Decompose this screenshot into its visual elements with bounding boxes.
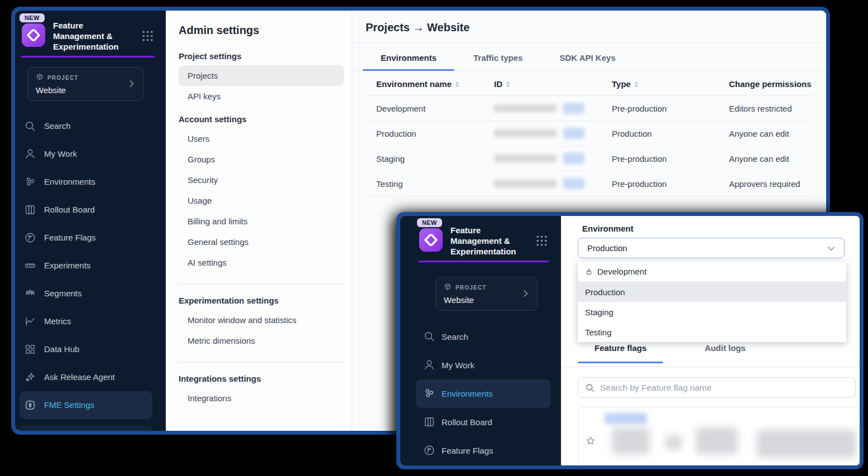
tab-traffic-types[interactable]: Traffic types bbox=[471, 43, 525, 70]
column-header-environment-name[interactable]: Environment name bbox=[365, 71, 483, 95]
project-selector[interactable]: PROJECT Website bbox=[435, 277, 538, 311]
redacted-copy-link[interactable] bbox=[563, 178, 584, 189]
redacted-copy-link[interactable] bbox=[563, 153, 584, 164]
sidebar-item-label: Search bbox=[44, 121, 71, 131]
tab-sdk-api-keys[interactable]: SDK API Keys bbox=[557, 43, 617, 70]
environments-table: DevelopmentPre-productionEditors restric… bbox=[352, 96, 826, 196]
project-label: PROJECT bbox=[455, 285, 487, 291]
sidebar-item-environments[interactable]: Environments bbox=[15, 168, 166, 196]
star-icon[interactable] bbox=[585, 435, 596, 446]
redacted-content bbox=[612, 427, 650, 454]
column-label: Type bbox=[612, 79, 631, 89]
search-icon bbox=[585, 383, 595, 393]
admin-item-users[interactable]: Users bbox=[179, 128, 344, 149]
sidebar-item-data-hub[interactable]: Data Hub bbox=[15, 335, 166, 363]
sidebar-item-experiments[interactable]: Experiments bbox=[15, 252, 166, 280]
sort-icon bbox=[635, 81, 638, 87]
chevron-right-icon bbox=[127, 79, 136, 89]
brand-accent-rule bbox=[21, 56, 155, 57]
sidebar-item-rollout-board[interactable]: Rollout Board bbox=[15, 196, 166, 224]
main-sidebar-nav: SearchMy WorkEnvironmentsRollout BoardFe… bbox=[15, 112, 166, 419]
cell-type: Production bbox=[601, 121, 718, 146]
admin-section-heading-account-settings: Account settings bbox=[179, 114, 344, 124]
apps-grid-icon[interactable] bbox=[141, 29, 155, 43]
breadcrumb[interactable]: Projects → Website bbox=[352, 11, 826, 43]
option-label: Staging bbox=[585, 307, 613, 317]
project-selector[interactable]: PROJECT Website bbox=[27, 67, 143, 101]
admin-item-metric-dimensions[interactable]: Metric dimensions bbox=[179, 330, 344, 351]
sidebar-item-my-work[interactable]: My Work bbox=[400, 351, 561, 379]
option-label: Development bbox=[597, 267, 646, 276]
cell-id bbox=[483, 96, 601, 121]
chevron-down-icon bbox=[826, 243, 836, 253]
tab-feature-flags[interactable]: Feature flags bbox=[578, 343, 663, 362]
environment-option-development[interactable]: Development bbox=[578, 262, 846, 282]
column-header-id[interactable]: ID bbox=[483, 71, 601, 95]
sidebar-item-feature-flags[interactable]: Feature Flags bbox=[400, 436, 561, 465]
redacted-copy-link[interactable] bbox=[563, 128, 584, 139]
sidebar-item-label: Feature Flags bbox=[442, 446, 493, 455]
admin-settings-title: Admin settings bbox=[179, 24, 344, 37]
table-header-row: Environment nameIDTypeChange permissions bbox=[365, 71, 813, 96]
cell-type: Pre-production bbox=[601, 96, 718, 121]
overlay-sidebar: NEW Feature Management & Experimentation… bbox=[400, 216, 561, 465]
environment-option-testing[interactable]: Testing bbox=[578, 322, 846, 342]
column-label: Environment name bbox=[376, 79, 452, 89]
environment-option-staging[interactable]: Staging bbox=[578, 302, 846, 322]
metrics-icon bbox=[24, 315, 36, 328]
sidebar-item-search[interactable]: Search bbox=[15, 112, 166, 140]
experiments-icon bbox=[24, 259, 36, 272]
environments-icon bbox=[24, 176, 36, 188]
sidebar-item-search[interactable]: Search bbox=[400, 323, 561, 351]
admin-item-integrations[interactable]: Integrations bbox=[179, 388, 344, 408]
cell-change-permissions: Approvers required bbox=[718, 171, 813, 196]
redacted-copy-link[interactable] bbox=[563, 103, 584, 114]
environment-dropdown-list: DevelopmentProductionStagingTesting bbox=[578, 262, 846, 342]
admin-item-monitor-window-and-statistics[interactable]: Monitor window and statistics bbox=[179, 310, 344, 330]
feature-flag-search bbox=[578, 377, 856, 398]
column-label: Change permissions bbox=[729, 79, 812, 89]
admin-item-groups[interactable]: Groups bbox=[179, 149, 344, 170]
admin-item-api-keys[interactable]: API keys bbox=[179, 86, 344, 107]
my-work-icon bbox=[24, 148, 36, 160]
sidebar-item-fme-settings[interactable]: FME Settings bbox=[20, 391, 152, 419]
environment-option-production[interactable]: Production bbox=[578, 282, 846, 302]
sidebar-item-segments[interactable]: Segments bbox=[15, 280, 166, 307]
sidebar-item-label: Rollout Board bbox=[442, 417, 492, 427]
admin-item-projects[interactable]: Projects bbox=[179, 65, 344, 86]
rollout-board-icon bbox=[423, 416, 435, 428]
redacted-id bbox=[494, 104, 557, 112]
admin-item-general-settings[interactable]: General settings bbox=[179, 232, 344, 252]
sidebar-item-environments[interactable]: Environments bbox=[416, 379, 551, 408]
project-name: Website bbox=[36, 85, 135, 95]
fme-logo-icon bbox=[21, 23, 46, 50]
apps-grid-icon[interactable] bbox=[535, 234, 549, 248]
sidebar-item-my-work[interactable]: My Work bbox=[15, 140, 166, 168]
data-hub-icon bbox=[24, 343, 36, 355]
sidebar-item-label: FME Settings bbox=[44, 400, 94, 410]
tab-environments[interactable]: Environments bbox=[378, 43, 439, 70]
environment-select-value: Production bbox=[587, 243, 627, 253]
admin-item-billing-and-limits[interactable]: Billing and limits bbox=[179, 211, 344, 232]
environment-select[interactable]: Production bbox=[578, 238, 845, 258]
redacted-flag-link[interactable] bbox=[605, 413, 647, 424]
project-cube-icon bbox=[444, 283, 452, 293]
admin-item-usage[interactable]: Usage bbox=[179, 190, 344, 211]
column-header-type[interactable]: Type bbox=[601, 71, 718, 95]
overlay-window: NEW Feature Management & Experimentation… bbox=[396, 212, 864, 469]
sidebar-item-rollout-board[interactable]: Rollout Board bbox=[400, 408, 561, 436]
project-name: Website bbox=[444, 295, 529, 305]
admin-item-ai-settings[interactable]: AI settings bbox=[179, 252, 344, 273]
sidebar-item-metrics[interactable]: Metrics bbox=[15, 307, 166, 335]
divider bbox=[179, 362, 343, 363]
tab-audit-logs[interactable]: Audit logs bbox=[688, 343, 762, 362]
sidebar-header: NEW Feature Management & Experimentation… bbox=[15, 11, 166, 101]
redacted-content bbox=[665, 435, 682, 450]
sidebar-item-label: Metrics bbox=[44, 316, 71, 326]
feature-flag-search-input[interactable] bbox=[600, 383, 848, 393]
admin-item-security[interactable]: Security bbox=[179, 170, 344, 190]
sidebar-item-feature-flags[interactable]: Feature Flags bbox=[15, 224, 166, 252]
environments-icon bbox=[423, 387, 435, 400]
sidebar-item-ask-release-agent[interactable]: Ask Release Agent bbox=[15, 363, 166, 391]
admin-settings-panel: Admin settings Project settingsProjectsA… bbox=[166, 11, 352, 431]
